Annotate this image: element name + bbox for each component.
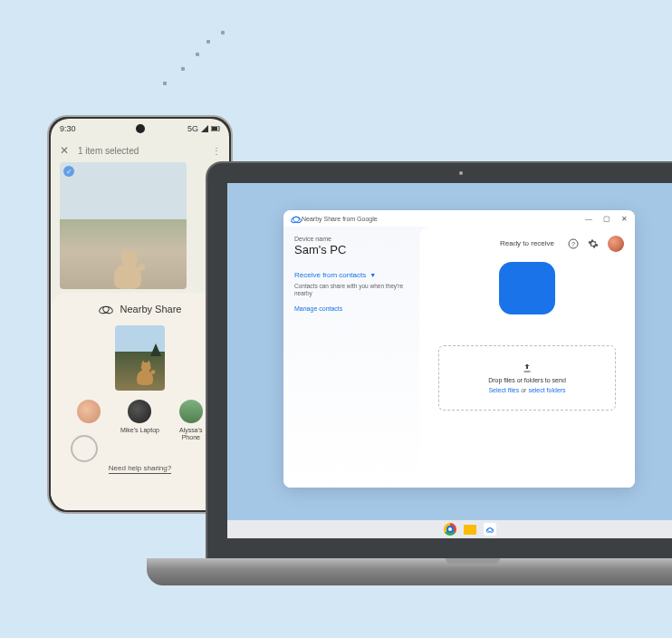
selection-toolbar: ✕ 1 item selected ⋮ — [51, 139, 229, 162]
share-target-mike[interactable]: Mike's Laptop — [120, 400, 159, 442]
phone-screen: 9:30 5G ✕ 1 item selected ⋮ ✓ N — [51, 119, 229, 510]
selected-checkmark-icon: ✓ — [63, 166, 74, 177]
dropzone[interactable]: Drop files or folders to send Select fil… — [438, 345, 616, 411]
chrome-icon[interactable] — [444, 523, 456, 536]
laptop-base — [147, 558, 672, 585]
nearby-share-taskbar-icon[interactable] — [484, 523, 496, 536]
phone-camera-dot — [136, 124, 145, 133]
gallery-grid: ✓ — [51, 162, 229, 289]
avatar — [77, 400, 101, 423]
help-link[interactable]: Need help sharing? — [60, 464, 220, 472]
sheet-title: Nearby Share — [120, 304, 182, 314]
selection-count: 1 item selected — [78, 146, 139, 156]
svg-rect-1 — [212, 127, 217, 130]
visibility-description: Contacts can share with you when they're… — [294, 283, 408, 298]
settings-pane: Device name Sam's PC Receive from contac… — [283, 227, 419, 488]
dropzone-links: Select files or select folders — [488, 387, 565, 393]
select-files-link[interactable]: Select files — [488, 387, 519, 393]
share-thumbnail — [115, 325, 165, 391]
visibility-dropdown[interactable]: Receive from contacts ▼ — [294, 271, 408, 279]
avatar — [128, 400, 151, 423]
device-name: Sam's PC — [294, 243, 408, 256]
receive-pane: ? Ready to receive — [419, 227, 635, 488]
nearby-share-icon — [99, 304, 113, 314]
gear-icon[interactable] — [588, 238, 599, 249]
dropzone-label: Drop files or folders to send — [488, 377, 566, 383]
more-icon[interactable]: ⋮ — [212, 146, 220, 156]
manage-contacts-link[interactable]: Manage contacts — [294, 305, 408, 312]
avatar — [179, 400, 203, 423]
dog-in-photo — [105, 235, 150, 289]
upload-icon — [522, 362, 533, 373]
status-time: 9:30 — [60, 124, 76, 133]
maximize-button[interactable]: ▢ — [603, 215, 610, 223]
close-button[interactable]: ✕ — [621, 215, 628, 223]
signal-icon — [201, 125, 208, 132]
dog-thumb — [131, 353, 158, 385]
device-indicator — [499, 262, 555, 314]
account-avatar[interactable] — [608, 236, 624, 252]
laptop-notch — [446, 558, 500, 564]
taskbar — [227, 520, 672, 538]
share-targets: Mike's Laptop Alyssa's Phone — [60, 400, 220, 442]
selected-photo[interactable] — [60, 162, 187, 289]
nearby-share-window: Nearby Share from Google — ▢ ✕ Device na… — [283, 210, 635, 488]
laptop-bezel: Nearby Share from Google — ▢ ✕ Device na… — [206, 161, 672, 558]
laptop-camera-dot — [459, 171, 463, 175]
your-device-ring — [71, 435, 98, 462]
target-label: Mike's Laptop — [120, 427, 159, 434]
select-folders-link[interactable]: select folders — [528, 387, 565, 393]
svg-text:?: ? — [571, 241, 575, 247]
status-network: 5G — [187, 124, 198, 133]
help-icon[interactable]: ? — [568, 238, 579, 249]
file-explorer-icon[interactable] — [464, 525, 476, 535]
nearby-share-icon — [291, 215, 302, 222]
close-icon[interactable]: ✕ — [60, 144, 69, 157]
window-title: Nearby Share from Google — [302, 216, 585, 222]
ready-status: Ready to receive — [500, 239, 554, 247]
window-titlebar: Nearby Share from Google — ▢ ✕ — [283, 210, 635, 227]
chevron-down-icon: ▼ — [370, 272, 376, 278]
laptop-screen: Nearby Share from Google — ▢ ✕ Device na… — [227, 183, 672, 538]
battery-icon — [211, 126, 220, 131]
device-name-label: Device name — [294, 236, 408, 242]
nearby-share-sheet: Nearby Share Mike's Laptop — [51, 293, 229, 510]
laptop-device: Nearby Share from Google — ▢ ✕ Device na… — [206, 161, 672, 593]
minimize-button[interactable]: — — [585, 215, 592, 223]
